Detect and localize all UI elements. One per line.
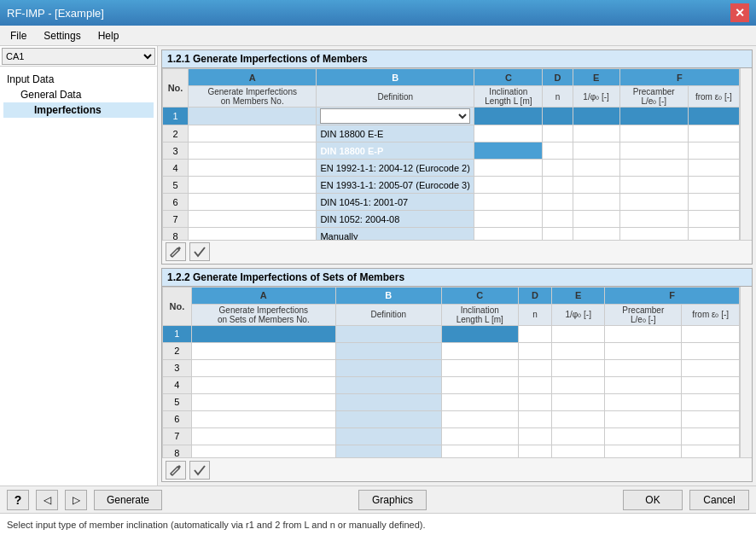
- section2-confirm-btn[interactable]: [189, 461, 210, 480]
- cell-f8[interactable]: [619, 228, 688, 240]
- menu-file[interactable]: File: [3, 28, 33, 44]
- cell-a5[interactable]: [189, 177, 317, 194]
- table-row[interactable]: 1: [163, 108, 740, 125]
- cell-e3[interactable]: [573, 142, 619, 160]
- cell2-f5[interactable]: [605, 393, 682, 410]
- cell-a6[interactable]: [189, 194, 317, 211]
- cell-e1[interactable]: [573, 108, 619, 125]
- cell2-f8[interactable]: [605, 445, 682, 457]
- cell-d2[interactable]: [543, 125, 573, 142]
- cell2-c2[interactable]: [441, 342, 518, 359]
- cell-g1[interactable]: [688, 108, 739, 125]
- cell2-a5[interactable]: [191, 393, 335, 410]
- cell2-e6[interactable]: [552, 410, 605, 427]
- cell2-e7[interactable]: [552, 427, 605, 445]
- cell2-a4[interactable]: [191, 376, 335, 393]
- cell2-f7[interactable]: [605, 427, 682, 445]
- cell-b7[interactable]: DIN 1052: 2004-08: [317, 211, 474, 228]
- cell-a2[interactable]: [189, 125, 317, 142]
- cell-c7[interactable]: [474, 211, 543, 228]
- section1-confirm-btn[interactable]: [189, 242, 210, 261]
- cell2-a2[interactable]: [191, 342, 335, 359]
- cell-f7[interactable]: [619, 211, 688, 228]
- case-selector[interactable]: CA1: [0, 46, 157, 67]
- table-row[interactable]: 4 EN 1992-1-1: 2004-12 (Eurocode 2): [163, 160, 740, 177]
- table-row[interactable]: 7: [163, 427, 740, 445]
- cell-c2[interactable]: [474, 125, 543, 142]
- cell2-c4[interactable]: [441, 376, 518, 393]
- cell-c1[interactable]: [474, 108, 543, 125]
- help-button[interactable]: ?: [7, 490, 29, 510]
- cell2-e3[interactable]: [552, 359, 605, 376]
- table-row[interactable]: 3 DIN 18800 E-P: [163, 142, 740, 160]
- cell-a7[interactable]: [189, 211, 317, 228]
- menu-settings[interactable]: Settings: [37, 28, 87, 44]
- cell2-d4[interactable]: [518, 376, 551, 393]
- cell2-g6[interactable]: [682, 410, 740, 427]
- cell2-a6[interactable]: [191, 410, 335, 427]
- cell-a4[interactable]: [189, 160, 317, 177]
- tree-general-data[interactable]: General Data: [3, 87, 154, 102]
- cell-e2[interactable]: [573, 125, 619, 142]
- cell2-d7[interactable]: [518, 427, 551, 445]
- cell-e4[interactable]: [573, 160, 619, 177]
- table-row[interactable]: 2 DIN 18800 E-E: [163, 125, 740, 142]
- table-row[interactable]: 7 DIN 1052: 2004-08: [163, 211, 740, 228]
- cell2-f1[interactable]: [605, 325, 682, 342]
- cell-d1[interactable]: [543, 108, 573, 125]
- cell-d5[interactable]: [543, 177, 573, 194]
- cell2-d2[interactable]: [518, 342, 551, 359]
- table-row[interactable]: 5: [163, 393, 740, 410]
- table-row[interactable]: 5 EN 1993-1-1: 2005-07 (Eurocode 3): [163, 177, 740, 194]
- cell-a8[interactable]: [189, 228, 317, 240]
- section1-edit-btn[interactable]: [166, 242, 186, 261]
- cell-b6[interactable]: DIN 1045-1: 2001-07: [317, 194, 474, 211]
- cell-d7[interactable]: [543, 211, 573, 228]
- cell-f4[interactable]: [619, 160, 688, 177]
- cell2-c7[interactable]: [441, 427, 518, 445]
- cell-f3[interactable]: [619, 142, 688, 160]
- table-row[interactable]: 1: [163, 325, 740, 342]
- cell-d8[interactable]: [543, 228, 573, 240]
- ok-button[interactable]: OK: [623, 490, 683, 510]
- cell-c4[interactable]: [474, 160, 543, 177]
- cell-f5[interactable]: [619, 177, 688, 194]
- cell-c5[interactable]: [474, 177, 543, 194]
- table-row[interactable]: 2: [163, 342, 740, 359]
- cell2-a7[interactable]: [191, 427, 335, 445]
- cell2-b6[interactable]: [335, 410, 441, 427]
- table-row[interactable]: 6: [163, 410, 740, 427]
- cell-c3[interactable]: [474, 142, 543, 160]
- cell-b1[interactable]: [317, 108, 474, 125]
- cell-b4[interactable]: EN 1992-1-1: 2004-12 (Eurocode 2): [317, 160, 474, 177]
- cell2-g4[interactable]: [682, 376, 740, 393]
- cell2-b4[interactable]: [335, 376, 441, 393]
- cell-b2[interactable]: DIN 18800 E-E: [317, 125, 474, 142]
- cell-b8[interactable]: Manually: [317, 228, 474, 240]
- scrollbar2[interactable]: [740, 287, 752, 458]
- cell-c8[interactable]: [474, 228, 543, 240]
- table-row[interactable]: 8: [163, 445, 740, 457]
- cell2-f6[interactable]: [605, 410, 682, 427]
- cell2-d8[interactable]: [518, 445, 551, 457]
- scrollbar1[interactable]: [740, 68, 752, 240]
- cell2-a3[interactable]: [191, 359, 335, 376]
- cell-e5[interactable]: [573, 177, 619, 194]
- cell-f6[interactable]: [619, 194, 688, 211]
- table-row[interactable]: 6 DIN 1045-1: 2001-07: [163, 194, 740, 211]
- cell-e8[interactable]: [573, 228, 619, 240]
- cell2-g2[interactable]: [682, 342, 740, 359]
- cell2-e2[interactable]: [552, 342, 605, 359]
- cell-d4[interactable]: [543, 160, 573, 177]
- next-button[interactable]: ▷: [65, 490, 87, 510]
- cell-b3[interactable]: DIN 18800 E-P: [317, 142, 474, 160]
- cancel-button[interactable]: Cancel: [689, 490, 749, 510]
- cell2-g8[interactable]: [682, 445, 740, 457]
- table-row[interactable]: 8 Manually: [163, 228, 740, 240]
- cell2-g7[interactable]: [682, 427, 740, 445]
- menu-help[interactable]: Help: [91, 28, 126, 44]
- cell-g5[interactable]: [688, 177, 739, 194]
- cell2-g5[interactable]: [682, 393, 740, 410]
- cell2-c8[interactable]: [441, 445, 518, 457]
- cell2-e8[interactable]: [552, 445, 605, 457]
